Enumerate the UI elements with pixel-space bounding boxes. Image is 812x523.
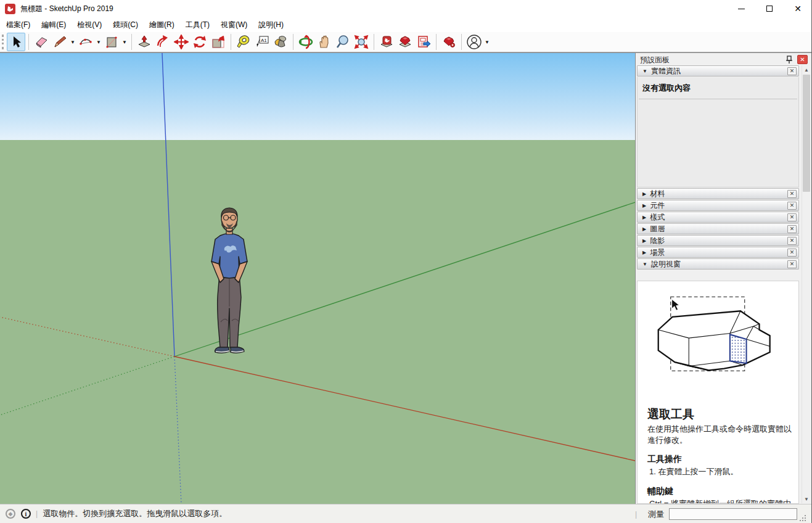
toolbar-separator [131,34,132,50]
info-icon[interactable]: i [21,509,31,519]
rotate-icon [192,35,207,49]
extension-warehouse-button[interactable] [396,33,414,51]
toolbar-separator [374,34,374,50]
chevron-down-icon: ▼ [642,262,647,267]
instructor-description: 在使用其他操作工具或命令時選取實體以進行修改。 [647,424,792,445]
maximize-button[interactable] [755,0,784,17]
follow-me-tool-button[interactable] [154,33,172,51]
menu-view[interactable]: 檢視(V) [72,17,107,33]
eraser-tool-button[interactable] [32,33,51,51]
tape-measure-tool-button[interactable] [234,33,253,51]
section-close-button[interactable]: ✕ [787,67,797,75]
section-close-button[interactable]: ✕ [787,190,797,198]
section-shadows[interactable]: ▶ 陰影 ✕ [637,235,799,246]
divider: | [36,509,38,518]
pan-tool-button[interactable] [315,33,334,51]
model-scene [0,53,635,504]
chevron-right-icon: ▶ [642,226,646,232]
scroll-down-icon[interactable]: ▼ [802,495,811,503]
zoom-extents-tool-button[interactable] [352,33,371,51]
tray-title-bar[interactable]: 預設面板 ✕ [636,54,811,65]
menu-window[interactable]: 視窗(W) [215,17,253,33]
follow-me-icon [155,35,170,49]
zoom-tool-button[interactable] [334,33,352,51]
section-close-button[interactable]: ✕ [787,225,797,233]
tray-title: 預設面板 [640,55,670,65]
section-close-button[interactable]: ✕ [787,237,797,245]
section-scenes[interactable]: ▶ 場景 ✕ [637,247,799,258]
chevron-down-icon: ▼ [642,68,647,74]
toolbar-separator [461,34,462,50]
measurements-input[interactable] [669,508,797,520]
menu-help[interactable]: 說明(H) [253,17,289,33]
text-tool-button[interactable]: A1 [253,33,271,51]
scrollbar-thumb[interactable] [803,75,810,192]
rectangle-tool-dropdown[interactable]: ▼ [121,33,128,51]
drawing-viewport[interactable] [0,52,636,504]
send-to-layout-button[interactable] [414,33,433,51]
section-materials[interactable]: ▶ 材料 ✕ [637,188,799,199]
minimize-button[interactable] [727,0,755,17]
instructor-modifier-ctrl: Ctrl = 將實體新增到一組所選取的實體中 [647,498,792,504]
close-button[interactable]: ✕ [784,0,812,17]
instructor-operation-step: 1. 在實體上按一下滑鼠。 [647,466,792,477]
move-tool-button[interactable] [172,33,191,51]
zoom-extents-icon [354,35,369,49]
section-entity-info[interactable]: ▼ 實體資訊 ✕ [637,65,799,76]
account-icon [466,34,482,50]
tray-scrollbar[interactable]: ▲ ▼ [802,65,810,503]
resize-grip-icon[interactable] [800,515,806,521]
section-close-button[interactable]: ✕ [787,202,797,210]
section-close-button[interactable]: ✕ [787,213,797,221]
orbit-tool-button[interactable] [297,33,315,51]
push-pull-tool-button[interactable] [135,33,154,51]
chevron-right-icon: ▶ [642,203,646,208]
extension-manager-button[interactable] [440,33,458,51]
section-close-button[interactable]: ✕ [787,260,797,268]
scroll-up-icon[interactable]: ▲ [802,65,811,74]
divider [639,99,797,99]
geolocation-icon[interactable]: ◆ [6,509,15,519]
tray-close-button[interactable]: ✕ [797,55,808,64]
section-styles[interactable]: ▶ 樣式 ✕ [637,212,799,223]
sky [0,53,635,140]
menu-edit[interactable]: 編輯(E) [36,17,72,33]
3d-warehouse-button[interactable] [377,33,396,51]
entity-info-body: 沒有選取內容 [637,77,799,187]
pin-icon[interactable] [785,55,794,64]
arc-tool-button[interactable] [76,33,95,51]
select-tool-button[interactable] [7,33,25,51]
instructor-operation-heading: 工具操作 [647,454,792,465]
toolbar-grip[interactable] [2,35,4,49]
arc-tool-dropdown[interactable]: ▼ [95,33,102,51]
push-pull-icon [137,35,152,49]
paint-bucket-icon [273,35,288,49]
rectangle-tool-button[interactable] [102,33,121,51]
toolbar-separator [293,34,293,50]
section-layers[interactable]: ▶ 圖層 ✕ [637,223,799,234]
menu-tools[interactable]: 工具(T) [180,17,215,33]
chevron-right-icon: ▶ [642,215,646,220]
scale-icon [211,35,226,49]
line-tool-dropdown[interactable]: ▼ [69,33,76,51]
line-tool-button[interactable] [51,33,69,51]
account-dropdown[interactable]: ▼ [483,33,491,51]
rotate-tool-button[interactable] [191,33,209,51]
scale-tool-button[interactable] [209,33,228,51]
rectangle-icon [104,35,119,49]
section-instructor[interactable]: ▼ 說明視窗 ✕ [637,258,799,270]
menu-file[interactable]: 檔案(F) [1,17,36,33]
divider: | [635,510,637,519]
section-components[interactable]: ▶ 元件 ✕ [637,200,799,211]
status-message: 選取物件。切換到擴充選取。拖曳滑鼠以選取多項。 [43,508,227,519]
status-bar: ◆ i | 選取物件。切換到擴充選取。拖曳滑鼠以選取多項。 | 測量 [0,504,812,523]
section-close-button[interactable]: ✕ [787,249,797,257]
text-icon: A1 [255,35,269,49]
title-bar: 無標題 - SketchUp Pro 2019 ✕ [0,0,812,17]
menu-camera[interactable]: 鏡頭(C) [107,17,144,33]
account-button[interactable] [465,33,483,51]
sketchup-logo-icon [5,4,15,14]
paint-bucket-tool-button[interactable] [271,33,290,51]
menu-draw[interactable]: 繪圖(R) [144,17,180,33]
window-title: 無標題 - SketchUp Pro 2019 [20,4,113,14]
